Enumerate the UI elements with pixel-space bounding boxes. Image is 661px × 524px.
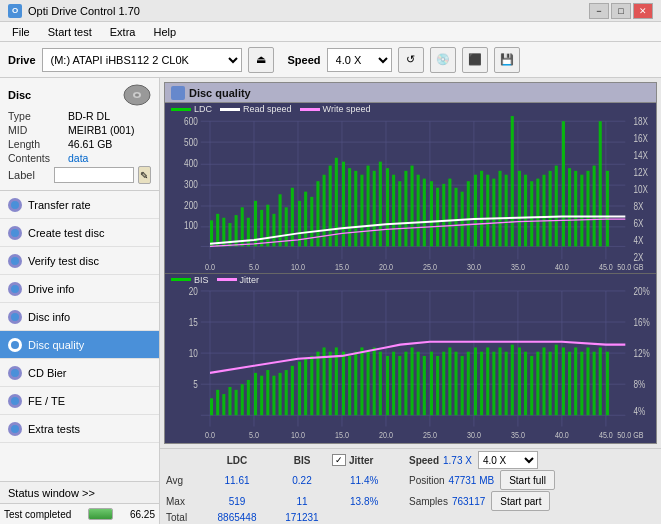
progress-bar-container (88, 508, 113, 520)
nav-disc-info[interactable]: Disc info (0, 303, 159, 331)
jitter-checkbox[interactable]: ✓ (332, 454, 346, 466)
svg-rect-79 (411, 166, 414, 247)
nav-icon-cd-bier (8, 366, 22, 380)
label-btn[interactable]: ✎ (138, 166, 151, 184)
speed-select-toolbar[interactable]: 4.0 X (327, 48, 392, 72)
app-title: Opti Drive Control 1.70 (28, 5, 140, 17)
type-label: Type (8, 110, 68, 122)
svg-text:15.0: 15.0 (335, 262, 349, 272)
refresh-button[interactable]: ↺ (398, 47, 424, 73)
svg-rect-175 (386, 355, 389, 414)
nav-cd-bier[interactable]: CD Bier (0, 359, 159, 387)
start-full-button[interactable]: Start full (500, 470, 555, 490)
svg-rect-170 (354, 351, 357, 415)
top-chart: LDC Read speed Write speed (165, 103, 656, 274)
nav-label-fe-te: FE / TE (28, 395, 65, 407)
start-part-button[interactable]: Start part (491, 491, 550, 511)
nav-verify-test-disc[interactable]: Verify test disc (0, 247, 159, 275)
close-button[interactable]: ✕ (633, 3, 653, 19)
row-max-label: Max (166, 496, 202, 507)
svg-text:400: 400 (184, 158, 198, 169)
svg-rect-193 (498, 347, 501, 415)
maximize-button[interactable]: □ (611, 3, 631, 19)
max-jitter: 13.8% (332, 496, 409, 507)
legend-jitter: Jitter (217, 275, 260, 285)
svg-rect-191 (486, 347, 489, 415)
menu-extra[interactable]: Extra (102, 24, 144, 40)
svg-rect-171 (360, 347, 363, 415)
svg-rect-157 (272, 375, 275, 415)
col-header-ldc: LDC (202, 455, 272, 466)
menu-help[interactable]: Help (145, 24, 184, 40)
nav-create-test-disc[interactable]: Create test disc (0, 219, 159, 247)
svg-rect-107 (586, 171, 589, 247)
svg-rect-74 (379, 162, 382, 247)
position-label: Position (409, 475, 445, 486)
nav-icon-extra (8, 422, 22, 436)
svg-rect-97 (524, 175, 527, 247)
disc-button[interactable]: 💿 (430, 47, 456, 73)
nav-disc-quality[interactable]: Disc quality (0, 331, 159, 359)
speed-select-stats[interactable]: 4.0 X (478, 451, 538, 469)
row-total-label: Total (166, 512, 202, 523)
nav-label-disc-info: Disc info (28, 311, 70, 323)
charts-area: LDC Read speed Write speed (165, 103, 656, 443)
svg-rect-152 (241, 384, 244, 415)
disc-image-icon (123, 84, 151, 106)
nav-icon-create (8, 226, 22, 240)
progress-bar-fill (89, 509, 112, 519)
nav-extra-tests[interactable]: Extra tests (0, 415, 159, 443)
nav-fe-te[interactable]: FE / TE (0, 387, 159, 415)
contents-value[interactable]: data (68, 152, 151, 164)
svg-rect-199 (536, 351, 539, 415)
svg-rect-197 (524, 351, 527, 415)
nav-items: Transfer rate Create test disc Verify te… (0, 191, 159, 481)
menu-start-test[interactable]: Start test (40, 24, 100, 40)
svg-rect-189 (474, 347, 477, 415)
eject-button[interactable]: ⏏ (248, 47, 274, 73)
status-bar: Status window >> Test completed 66.25 (0, 481, 159, 524)
nav-transfer-rate[interactable]: Transfer rate (0, 191, 159, 219)
svg-text:0.0: 0.0 (205, 428, 215, 439)
legend-write: Write speed (300, 104, 371, 114)
drive-select[interactable]: (M:) ATAPI iHBS112 2 CL0K (42, 48, 242, 72)
svg-rect-196 (518, 347, 521, 415)
svg-rect-82 (430, 181, 433, 246)
nav-drive-info[interactable]: Drive info (0, 275, 159, 303)
svg-rect-69 (348, 168, 351, 246)
svg-rect-179 (411, 347, 414, 415)
status-window-button[interactable]: Status window >> (0, 482, 159, 504)
minimize-button[interactable]: − (589, 3, 609, 19)
legend-ldc: LDC (171, 104, 212, 114)
svg-rect-187 (461, 355, 464, 414)
layers-button[interactable]: ⬛ (462, 47, 488, 73)
legend-read-label: Read speed (243, 104, 292, 114)
svg-text:18X: 18X (633, 116, 648, 127)
svg-text:12X: 12X (633, 167, 648, 178)
svg-rect-55 (260, 210, 263, 247)
right-panel: Disc quality LDC Read speed (160, 78, 661, 524)
svg-rect-162 (304, 358, 307, 415)
label-input[interactable] (54, 167, 134, 183)
svg-rect-60 (291, 188, 294, 247)
svg-text:50.0 GB: 50.0 GB (617, 428, 643, 439)
stats-row: LDC BIS ✓ Jitter Speed 1.73 X 4.0 X Avg … (160, 448, 661, 524)
label-label: Label (8, 169, 50, 181)
svg-rect-161 (298, 361, 301, 415)
svg-text:100: 100 (184, 221, 198, 232)
svg-text:30.0: 30.0 (467, 262, 481, 272)
svg-text:14X: 14X (633, 150, 648, 161)
row-avg-label: Avg (166, 475, 202, 486)
avg-ldc: 11.61 (202, 475, 272, 486)
svg-rect-205 (574, 347, 577, 415)
svg-rect-75 (386, 168, 389, 246)
svg-rect-85 (448, 179, 451, 247)
svg-rect-153 (247, 379, 250, 414)
svg-rect-202 (555, 344, 558, 415)
svg-rect-96 (518, 171, 521, 247)
svg-rect-100 (542, 175, 545, 247)
svg-text:5.0: 5.0 (249, 262, 259, 272)
save-button[interactable]: 💾 (494, 47, 520, 73)
svg-rect-156 (266, 370, 269, 415)
menu-file[interactable]: File (4, 24, 38, 40)
